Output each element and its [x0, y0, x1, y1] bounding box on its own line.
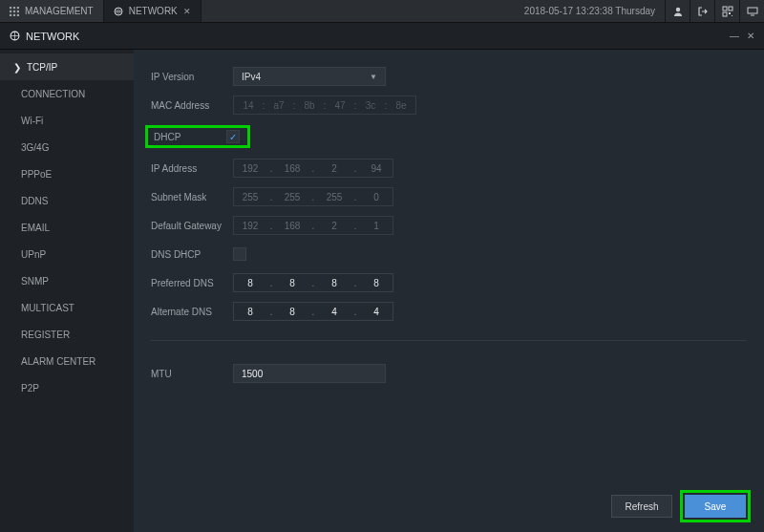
svg-rect-8: [17, 13, 19, 15]
row-mac: MAC Address 14: a7: 8b: 47: 3c: 8e: [151, 96, 747, 115]
svg-rect-4: [13, 10, 15, 11]
mac-octet: 3c: [360, 100, 381, 111]
row-mtu: MTU: [151, 364, 747, 383]
main-panel: IP Version IPv4 ▼ MAC Address 14: a7: 8b…: [134, 50, 764, 532]
ip-octet: 168: [276, 221, 308, 231]
sidebar-item-wifi[interactable]: Wi-Fi: [0, 107, 134, 134]
label-ip: IP Address: [151, 163, 233, 174]
svg-rect-3: [10, 10, 11, 11]
divider: [151, 340, 747, 341]
label-ip-version: IP Version: [151, 72, 233, 82]
preferred-dns-field[interactable]: 8. 8. 8. 8: [233, 273, 393, 292]
sidebar-item-label: Wi-Fi: [21, 116, 43, 126]
chevron-right-icon: ❯: [13, 62, 21, 73]
svg-rect-14: [729, 12, 731, 14]
footer-actions: Refresh Save: [611, 490, 751, 522]
sidebar-item-p2p[interactable]: P2P: [0, 374, 134, 401]
sidebar-item-multicast[interactable]: MULTICAST: [0, 294, 134, 321]
label-mtu: MTU: [151, 369, 233, 379]
row-dns-dhcp: DNS DHCP: [151, 245, 747, 264]
globe-icon: [114, 7, 123, 16]
logout-icon[interactable]: [690, 0, 714, 22]
minimize-button[interactable]: —: [730, 31, 739, 41]
ip-octet: 8: [234, 278, 266, 288]
sidebar-item-pppoe[interactable]: PPPoE: [0, 160, 134, 187]
mac-octet: 8b: [299, 100, 320, 111]
highlight-dhcp: DHCP: [145, 125, 250, 148]
user-icon[interactable]: [665, 0, 690, 22]
row-pref-dns: Preferred DNS 8. 8. 8. 8: [151, 273, 747, 292]
label-alt-dns: Alternate DNS: [151, 307, 233, 317]
monitor-icon[interactable]: [739, 0, 764, 22]
svg-rect-7: [13, 13, 15, 15]
label-gateway: Default Gateway: [151, 221, 233, 231]
ip-octet: 168: [276, 163, 308, 174]
svg-rect-13: [723, 12, 727, 16]
ip-version-select[interactable]: IPv4 ▼: [233, 67, 386, 86]
ip-octet: 4: [318, 307, 350, 317]
sidebar-item-3g4g[interactable]: 3G/4G: [0, 134, 134, 160]
svg-rect-0: [10, 7, 11, 9]
svg-rect-12: [729, 7, 732, 11]
svg-rect-6: [10, 13, 11, 15]
sidebar-item-upnp[interactable]: UPnP: [0, 241, 134, 267]
ip-octet: 255: [276, 192, 308, 202]
sidebar-item-label: MULTICAST: [21, 303, 74, 313]
sidebar-item-ddns[interactable]: DDNS: [0, 187, 134, 214]
ip-octet: 2: [318, 221, 350, 231]
sidebar-item-connection[interactable]: CONNECTION: [0, 80, 134, 107]
sidebar-item-alarm-center[interactable]: ALARM CENTER: [0, 348, 134, 374]
ip-octet: 4: [360, 307, 393, 317]
ip-octet: 8: [234, 307, 266, 317]
refresh-button[interactable]: Refresh: [611, 495, 672, 518]
grid-icon: [10, 7, 19, 16]
sidebar-item-label: EMAIL: [21, 223, 50, 233]
ip-octet: 192: [234, 163, 266, 174]
close-button[interactable]: ✕: [747, 31, 754, 41]
dns-dhcp-checkbox[interactable]: [233, 247, 246, 261]
mac-octet: a7: [268, 100, 289, 111]
sidebar-item-label: REGISTER: [21, 330, 70, 340]
row-alt-dns: Alternate DNS 8. 8. 4. 4: [151, 302, 747, 321]
sidebar-item-register[interactable]: REGISTER: [0, 321, 134, 348]
label-dhcp: DHCP: [150, 132, 226, 142]
row-gateway: Default Gateway 192. 168. 2. 1: [151, 216, 747, 235]
sidebar-item-label: DDNS: [21, 196, 48, 206]
tab-network[interactable]: NETWORK ✕: [104, 0, 202, 22]
sidebar-item-email[interactable]: EMAIL: [0, 214, 134, 241]
sidebar-item-label: PPPoE: [21, 169, 52, 180]
close-icon[interactable]: ✕: [183, 7, 191, 16]
sidebar-item-tcpip[interactable]: ❯TCP/IP: [0, 53, 134, 80]
sidebar-item-label: 3G/4G: [21, 142, 49, 153]
save-button[interactable]: Save: [685, 495, 746, 518]
mac-octet: 47: [329, 100, 350, 111]
ip-octet: 8: [318, 278, 350, 288]
ip-octet: 0: [360, 192, 393, 202]
svg-rect-16: [748, 8, 757, 13]
ip-octet: 255: [318, 192, 350, 202]
panel-header: NETWORK — ✕: [0, 23, 764, 50]
tab-management[interactable]: MANAGEMENT: [0, 0, 104, 22]
label-dns-dhcp: DNS DHCP: [151, 249, 233, 260]
ip-octet: 2: [318, 163, 350, 174]
sidebar-item-snmp[interactable]: SNMP: [0, 267, 134, 294]
gateway-field: 192. 168. 2. 1: [233, 216, 393, 235]
row-dhcp: DHCP: [145, 124, 741, 149]
mac-octet: 14: [238, 100, 259, 111]
select-value: IPv4: [242, 72, 261, 82]
ip-octet: 192: [234, 221, 266, 231]
mtu-input[interactable]: [233, 364, 386, 383]
row-subnet: Subnet Mask 255. 255. 255. 0: [151, 187, 747, 206]
highlight-save: Save: [680, 490, 751, 522]
sidebar-item-label: SNMP: [21, 276, 49, 287]
ip-address-field: 192. 168. 2. 94: [233, 159, 393, 178]
dhcp-checkbox[interactable]: [226, 130, 240, 143]
label-mac: MAC Address: [151, 100, 233, 111]
qr-icon[interactable]: [714, 0, 739, 22]
ip-octet: 1: [360, 221, 393, 231]
label-subnet: Subnet Mask: [151, 192, 233, 202]
alternate-dns-field[interactable]: 8. 8. 4. 4: [233, 302, 393, 321]
datetime-label: 2018-05-17 13:23:38 Thursday: [515, 0, 665, 22]
svg-rect-5: [17, 10, 19, 11]
sidebar-item-label: CONNECTION: [21, 89, 85, 99]
